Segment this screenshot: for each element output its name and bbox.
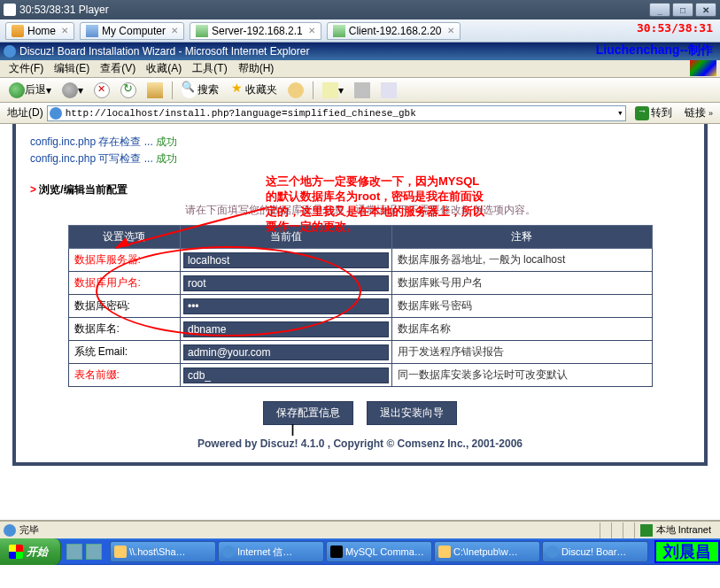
author-overlay: Liuchenchang--制作 xyxy=(596,43,713,58)
favorites-label: 收藏夹 xyxy=(245,82,277,97)
back-label: 后退 xyxy=(25,82,46,97)
tab-label: My Computer xyxy=(102,25,166,37)
tab-client[interactable]: Client-192.168.2.20✕ xyxy=(327,22,461,40)
windows-icon xyxy=(9,545,23,559)
table-row: 数据库用户名: 数据库账号用户名 xyxy=(68,272,652,295)
server-icon xyxy=(196,25,208,37)
menu-favorites[interactable]: 收藏(A) xyxy=(141,61,187,76)
menu-tools[interactable]: 工具(T) xyxy=(187,61,232,76)
name-badge: 刘晨昌 xyxy=(654,540,720,563)
ie-menubar: 文件(F) 编辑(E) 查看(V) 收藏(A) 工具(T) 帮助(H) xyxy=(0,60,720,78)
ql-icon[interactable] xyxy=(86,544,102,560)
db-password-input[interactable] xyxy=(183,298,389,314)
db-user-input[interactable] xyxy=(183,275,389,291)
zone-icon xyxy=(640,524,653,537)
player-icon xyxy=(4,4,16,16)
menu-edit[interactable]: 编辑(E) xyxy=(49,61,95,76)
table-row: 数据库名: 数据库名称 xyxy=(68,318,652,341)
taskbar: 开始 \\.host\Sha… Internet 信… MySQL Comma…… xyxy=(0,538,720,565)
forward-button[interactable]: ▾ xyxy=(58,80,88,101)
prefix-input[interactable] xyxy=(183,368,389,383)
star-icon xyxy=(229,82,245,98)
ie-icon xyxy=(546,545,559,558)
tab-close-icon[interactable]: ✕ xyxy=(61,26,68,35)
mail-button[interactable]: ▾ xyxy=(318,80,348,101)
menu-file[interactable]: 文件(F) xyxy=(4,61,49,76)
history-button[interactable] xyxy=(283,80,308,101)
task-button[interactable]: C:\Inetpub\w… xyxy=(434,541,540,562)
mail-icon xyxy=(322,82,338,98)
search-button[interactable]: 搜索 xyxy=(177,80,223,101)
folder-icon xyxy=(438,545,451,558)
address-label: 地址(D) xyxy=(4,105,47,120)
tab-mycomputer[interactable]: My Computer✕ xyxy=(80,22,184,40)
home-icon xyxy=(147,82,163,98)
edit-button[interactable] xyxy=(376,80,401,101)
save-config-button[interactable]: 保存配置信息 xyxy=(263,401,353,425)
address-input[interactable]: http://localhost/install.php?language=si… xyxy=(47,105,626,121)
row-label: 数据库服务器: xyxy=(68,249,180,272)
ie-throbber-icon xyxy=(690,60,716,76)
tab-label: Home xyxy=(27,25,56,37)
refresh-button[interactable] xyxy=(116,80,141,101)
status-cell xyxy=(623,522,634,538)
task-button[interactable]: Internet 信… xyxy=(218,541,324,562)
favicon-icon xyxy=(50,107,62,120)
tab-close-icon[interactable]: ✕ xyxy=(308,26,315,35)
task-button[interactable]: \\.host\Sha… xyxy=(110,541,216,562)
button-row: 保存配置信息 退出安装向导 xyxy=(30,401,690,425)
row-label: 数据库用户名: xyxy=(68,272,180,295)
status-text: 完毕 xyxy=(19,523,39,537)
task-button[interactable]: Discuz! Boar… xyxy=(542,541,648,562)
favorites-button[interactable]: 收藏夹 xyxy=(225,80,282,101)
url-text: http://localhost/install.php?language=si… xyxy=(66,108,416,119)
back-button[interactable]: 后退 ▾ xyxy=(4,80,56,101)
close-button[interactable]: ✕ xyxy=(695,3,716,17)
ql-icon[interactable] xyxy=(66,544,82,560)
back-icon xyxy=(9,82,25,98)
start-button[interactable]: 开始 xyxy=(0,538,61,565)
row-note: 数据库服务器地址, 一般为 localhost xyxy=(392,249,652,272)
menu-view[interactable]: 查看(V) xyxy=(95,61,141,76)
player-tabs-bar: Home✕ My Computer✕ Server-192.168.2.1✕ C… xyxy=(0,19,720,43)
tab-close-icon[interactable]: ✕ xyxy=(171,26,178,35)
print-button[interactable] xyxy=(350,80,375,101)
ie-statusbar: 完毕 本地 Intranet xyxy=(0,521,720,538)
email-input[interactable] xyxy=(183,344,389,360)
install-panel: config.inc.php 存在检查 ... 成功 config.inc.ph… xyxy=(12,124,708,466)
home-icon xyxy=(12,25,24,37)
row-note: 同一数据库安装多论坛时可改变默认 xyxy=(392,364,652,387)
row-note: 用于发送程序错误报告 xyxy=(392,341,652,364)
links-button[interactable]: 链接 » xyxy=(681,105,716,120)
maximize-button[interactable]: □ xyxy=(672,3,693,17)
status-cell xyxy=(600,522,611,538)
tab-home[interactable]: Home✕ xyxy=(5,22,74,40)
tab-close-icon[interactable]: ✕ xyxy=(447,26,454,35)
folder-icon xyxy=(114,545,127,558)
row-note: 数据库名称 xyxy=(392,318,652,341)
exit-wizard-button[interactable]: 退出安装向导 xyxy=(367,401,457,425)
print-icon xyxy=(354,82,370,98)
minimize-button[interactable]: _ xyxy=(649,3,670,17)
db-server-input[interactable] xyxy=(183,252,389,268)
client-icon xyxy=(333,25,345,37)
ie-addressbar: 地址(D) http://localhost/install.php?langu… xyxy=(0,103,720,124)
check-line: config.inc.php 可写检查 ... 成功 xyxy=(30,151,690,166)
player-titlebar: 30:53/38:31 Player _ □ ✕ xyxy=(0,0,720,19)
stop-button[interactable] xyxy=(89,80,114,101)
go-button[interactable]: 转到 xyxy=(630,105,677,120)
table-row: 数据库密码: 数据库账号密码 xyxy=(68,295,652,318)
tab-server[interactable]: Server-192.168.2.1✕ xyxy=(190,22,321,40)
done-icon xyxy=(4,524,16,537)
task-button[interactable]: MySQL Comma… xyxy=(326,541,432,562)
edit-icon xyxy=(381,82,397,98)
computer-icon xyxy=(86,25,98,37)
dropdown-icon[interactable]: ▾ xyxy=(617,107,623,119)
ie-title: Discuz! Board Installation Wizard - Micr… xyxy=(19,45,309,58)
home-button[interactable] xyxy=(143,80,167,101)
search-icon xyxy=(182,82,197,98)
db-name-input[interactable] xyxy=(183,321,389,337)
quick-launch xyxy=(61,544,107,560)
console-icon xyxy=(330,545,343,558)
menu-help[interactable]: 帮助(H) xyxy=(233,61,280,76)
